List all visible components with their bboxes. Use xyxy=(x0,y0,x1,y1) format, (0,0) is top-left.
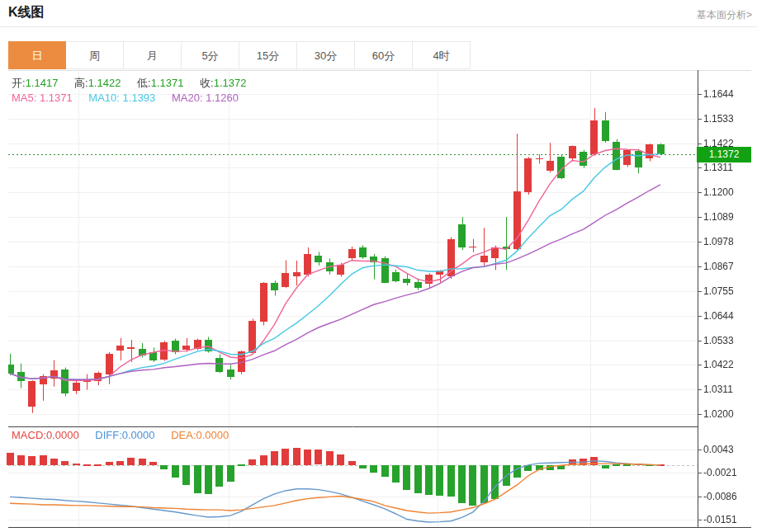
ohlc-low-value: 1.1371 xyxy=(151,77,184,89)
macd-axis-label: -0.0086 xyxy=(703,490,737,503)
ohlc-open-value: 1.1417 xyxy=(26,77,59,89)
ohlc-low: 低:1.1371 xyxy=(137,77,183,89)
ohlc-high-value: 1.1422 xyxy=(88,77,121,89)
ma20-legend: MA20: 1.1260 xyxy=(172,92,239,104)
price-axis-label: 1.1644 xyxy=(703,87,734,101)
price-axis-label: 1.0422 xyxy=(703,358,734,371)
ohlc-open-label: 开: xyxy=(12,77,26,89)
ohlc-close: 收:1.1372 xyxy=(200,77,246,89)
macd-axis-label: -0.0021 xyxy=(703,466,737,479)
macd-row: MACD:0.0000 DIFF:0.0000 DEA:0.0000 xyxy=(12,429,242,441)
ma20-label: MA20: xyxy=(172,92,203,104)
dea-label: DEA: xyxy=(171,429,196,441)
ma5-label: MA5: xyxy=(12,92,36,104)
diff-value: 0.0000 xyxy=(122,429,155,441)
price-axis-label: 1.1200 xyxy=(703,186,734,199)
ohlc-row: 开:1.1417 高:1.1422 低:1.1371 收:1.1372 xyxy=(12,76,259,91)
ma10-legend: MA10: 1.1393 xyxy=(88,92,155,104)
price-axis-label: 1.1311 xyxy=(703,161,733,174)
ma5-value: 1.1371 xyxy=(40,92,73,104)
macd-value: 0.0000 xyxy=(46,429,79,441)
dea-value: 0.0000 xyxy=(196,429,229,441)
price-axis-label: 1.1089 xyxy=(703,210,734,224)
price-axis-label: 1.0755 xyxy=(703,285,734,298)
ma5-legend: MA5: 1.1371 xyxy=(12,92,73,104)
price-axis-label: 1.1422 xyxy=(703,137,734,150)
price-axis-label: 1.0978 xyxy=(703,235,734,248)
ohlc-open: 开:1.1417 xyxy=(12,77,58,89)
price-axis-label: 1.0311 xyxy=(703,383,733,396)
price-axis-label: 1.0533 xyxy=(703,334,734,347)
macd-axis-label: 0.0043 xyxy=(703,443,734,456)
kline-page: K线图 基本面分析> 日周月5分15分30分60分4时 开:1.1417 高:1… xyxy=(0,0,757,532)
ohlc-high: 高:1.1422 xyxy=(74,77,121,89)
macd-axis-label: -0.0151 xyxy=(703,513,737,526)
price-axis-label: 1.1533 xyxy=(703,112,734,125)
price-axis-label: 1.0867 xyxy=(703,260,734,273)
diff-label: DIFF: xyxy=(95,429,122,441)
dea-legend: DEA:0.0000 xyxy=(171,429,229,441)
macd-label: MACD: xyxy=(12,429,46,441)
diff-legend: DIFF:0.0000 xyxy=(95,429,154,441)
ohlc-high-label: 高: xyxy=(74,77,88,89)
ma20-value: 1.1260 xyxy=(206,92,239,104)
ma10-value: 1.1393 xyxy=(123,92,156,104)
ohlc-low-label: 低: xyxy=(137,77,151,89)
ohlc-close-label: 收: xyxy=(200,77,214,89)
ma10-label: MA10: xyxy=(88,92,120,104)
ma-row: MA5: 1.1371 MA10: 1.1393 MA20: 1.1260 xyxy=(12,92,252,104)
ohlc-close-value: 1.1372 xyxy=(214,77,247,89)
macd-legend: MACD:0.0000 xyxy=(12,429,79,441)
price-axis-label: 1.0644 xyxy=(703,309,734,322)
price-axis-label: 1.0200 xyxy=(703,407,734,421)
